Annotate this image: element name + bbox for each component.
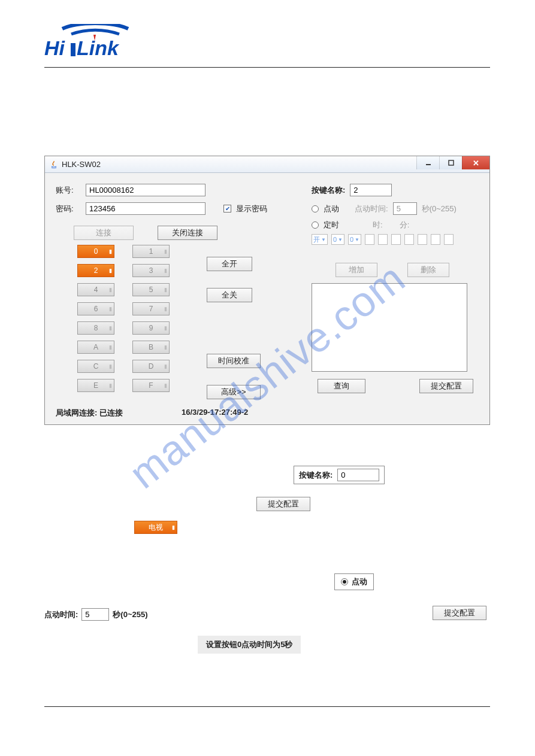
account-input[interactable]	[86, 184, 205, 196]
jog-time-input[interactable]	[393, 202, 417, 215]
frag-jog-radio[interactable]	[341, 578, 348, 585]
jog-radio[interactable]	[312, 205, 319, 212]
frag-tv-button[interactable]: 电视▮	[134, 521, 177, 534]
all-off-button[interactable]: 全关	[207, 288, 252, 302]
minimize-button[interactable]	[416, 156, 439, 169]
brand-logo: Hi Link	[44, 24, 490, 61]
account-label: 账号:	[56, 185, 81, 196]
day-6[interactable]	[431, 234, 440, 245]
sched-hour-label: 时:	[373, 220, 383, 230]
frag-submit-button-2[interactable]: 提交配置	[433, 606, 486, 620]
titlebar: HLK-SW02 ✕	[45, 156, 489, 173]
day-3[interactable]	[391, 234, 401, 245]
sched-hour-dropdown[interactable]: 0▼	[331, 234, 344, 245]
frag-jog-time-label: 点动时间:	[44, 609, 78, 620]
frag-jog-time-unit: 秒(0~255)	[113, 609, 147, 620]
lan-status-label: 局域网连接:	[56, 408, 97, 417]
maximize-button[interactable]	[439, 156, 462, 169]
day-7[interactable]	[444, 234, 454, 245]
key-name-label: 按键名称:	[312, 185, 345, 196]
fragment-key-name: 按键名称:	[294, 466, 385, 484]
all-on-button[interactable]: 全开	[207, 257, 252, 271]
frag-key-name-label: 按键名称:	[299, 470, 333, 481]
key-1[interactable]: 1▮	[132, 245, 170, 258]
query-button[interactable]: 查询	[318, 379, 365, 393]
connect-button[interactable]: 连接	[74, 226, 134, 240]
key-2[interactable]: 2▮	[77, 264, 114, 277]
close-connection-button[interactable]: 关闭连接	[158, 226, 217, 240]
timestamp: 16/3/29-17:27:49-2	[182, 408, 248, 417]
key-4[interactable]: 4▮	[77, 283, 114, 296]
app-window: HLK-SW02 ✕ 账号: 密码: ✔ 显示密码	[44, 156, 490, 425]
footer-divider	[44, 706, 490, 707]
scheduled-label: 定时	[324, 220, 339, 230]
close-button[interactable]: ✕	[462, 156, 489, 169]
jog-time-label: 点动时间:	[355, 204, 388, 214]
key-7[interactable]: 7▮	[132, 302, 170, 315]
frag-jog-time-input[interactable]	[81, 608, 109, 621]
key-a[interactable]: A▮	[77, 341, 114, 354]
advanced-button[interactable]: 高级>>	[207, 385, 261, 399]
add-button[interactable]: 增加	[335, 263, 377, 277]
lan-status-value: 已连接	[99, 408, 123, 417]
sched-min-dropdown[interactable]: 0▼	[348, 234, 361, 245]
jog-label: 点动	[324, 204, 339, 214]
password-label: 密码:	[56, 204, 81, 214]
show-password-label: 显示密码	[236, 204, 267, 214]
svg-rect-5	[449, 160, 454, 165]
day-2[interactable]	[378, 234, 388, 245]
hilink-logo-icon: Hi Link	[44, 24, 146, 60]
java-icon	[50, 160, 58, 169]
schedule-list[interactable]	[312, 283, 467, 372]
key-c[interactable]: C▮	[77, 360, 114, 373]
show-password-checkbox[interactable]: ✔	[223, 205, 231, 212]
day-4[interactable]	[404, 234, 414, 245]
day-5[interactable]	[418, 234, 427, 245]
time-calibrate-button[interactable]: 时间校准	[207, 354, 261, 368]
delete-button[interactable]: 删除	[407, 263, 449, 277]
key-name-input[interactable]	[350, 184, 392, 196]
key-0[interactable]: 0▮	[77, 245, 114, 258]
sched-open-dropdown[interactable]: 开▼	[312, 234, 328, 245]
key-b[interactable]: B▮	[132, 341, 170, 354]
sched-min-label: 分:	[400, 220, 410, 230]
caption-text: 设置按钮0点动时间为5秒	[198, 636, 301, 654]
key-5[interactable]: 5▮	[132, 283, 170, 296]
submit-config-button[interactable]: 提交配置	[419, 379, 473, 393]
window-title: HLK-SW02	[62, 160, 101, 169]
svg-text:Link: Link	[77, 37, 120, 59]
svg-text:Hi: Hi	[44, 37, 66, 59]
password-input[interactable]	[86, 202, 205, 215]
key-9[interactable]: 9▮	[132, 321, 170, 335]
jog-time-unit: 秒(0~255)	[422, 204, 457, 214]
key-grid: 0▮ 1▮ 2▮ 3▮ 4▮ 5▮ 6▮ 7▮ 8▮ 9▮ A▮ B▮ C▮ D…	[77, 245, 170, 392]
frag-key-name-input[interactable]	[337, 469, 379, 481]
key-e[interactable]: E▮	[77, 379, 114, 392]
frag-submit-button[interactable]: 提交配置	[256, 497, 310, 511]
key-8[interactable]: 8▮	[77, 321, 114, 335]
header-divider	[44, 67, 490, 68]
key-f[interactable]: F▮	[132, 379, 170, 392]
key-3[interactable]: 3▮	[132, 264, 170, 277]
frag-jog-label: 点动	[352, 576, 367, 587]
key-d[interactable]: D▮	[132, 360, 170, 373]
key-6[interactable]: 6▮	[77, 302, 114, 315]
svg-rect-2	[71, 43, 75, 56]
scheduled-radio[interactable]	[312, 221, 319, 229]
day-1[interactable]	[365, 234, 374, 245]
svg-rect-4	[426, 164, 431, 165]
